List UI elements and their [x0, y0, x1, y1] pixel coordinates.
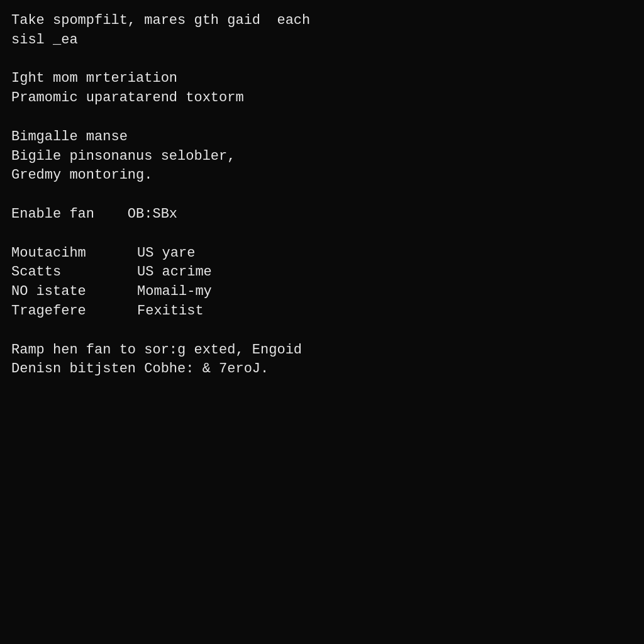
terminal-line-8: Enable fan OB:SBx — [11, 205, 633, 225]
terminal-row-noistate: NO istate Momail-my — [11, 282, 633, 302]
terminal-line-11: Denisn bitjsten Cobhe: & 7eroJ. — [11, 360, 633, 379]
terminal-window: Take spompfilt, mares gth gaid each sisl… — [11, 11, 633, 633]
terminal-line-6: Bigile pinsonanus selobler, — [11, 147, 633, 167]
terminal-line-4: Pramomic uparatarend toxtorm — [11, 89, 633, 108]
terminal-line-2: sisl _ea — [11, 31, 633, 50]
terminal-blank-2 — [11, 108, 633, 128]
terminal-line-5: Bimgalle manse — [11, 128, 633, 147]
terminal-line-7: Gredmy montoring. — [11, 166, 633, 186]
terminal-row-scatts: Scatts US acrime — [11, 263, 633, 282]
terminal-row-tragefere: Tragefere Fexitist — [11, 302, 633, 321]
terminal-col-right-2: US acrime — [137, 263, 212, 282]
terminal-line-10: Ramp hen fan to sor:g exted, Engoid — [11, 341, 633, 360]
terminal-col-right-3: Momail-my — [137, 282, 212, 302]
terminal-blank-3 — [11, 186, 633, 205]
terminal-blank-1 — [11, 50, 633, 70]
terminal-row-moutacih: Moutacihm US yare — [11, 244, 633, 264]
terminal-col-left-3: NO istate — [11, 282, 137, 302]
terminal-col-left-4: Tragefere — [11, 302, 137, 321]
terminal-line-1: Take spompfilt, mares gth gaid each — [11, 11, 633, 31]
terminal-col-right-4: Fexitist — [137, 302, 204, 321]
terminal-col-left-2: Scatts — [11, 263, 137, 282]
terminal-col-left-1: Moutacihm — [11, 244, 137, 264]
terminal-blank-5 — [11, 321, 633, 341]
terminal-blank-4 — [11, 225, 633, 244]
terminal-col-right-1: US yare — [137, 244, 195, 264]
terminal-line-3: Ight mom mrteriation — [11, 69, 633, 89]
